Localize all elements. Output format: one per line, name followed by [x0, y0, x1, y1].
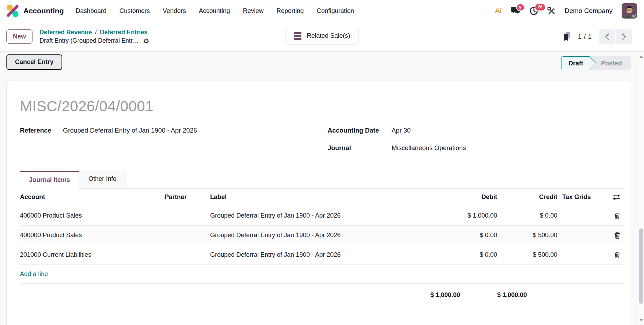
related-sales-label: Related Sale(s): [307, 32, 350, 40]
table-row: 201000 Current Liabilities Grouped Defer…: [20, 245, 624, 265]
top-navbar: Accounting Dashboard Customers Vendors A…: [0, 0, 644, 22]
bookmark-button[interactable]: [563, 32, 571, 42]
nav-right: AI 9 26: [495, 3, 638, 19]
messages-button[interactable]: 9: [511, 7, 520, 15]
cell-account[interactable]: 400000 Product Sales: [20, 232, 165, 239]
delete-row-button[interactable]: [614, 212, 620, 219]
screen: Accounting Dashboard Customers Vendors A…: [0, 0, 644, 325]
cell-account[interactable]: 400000 Product Sales: [20, 212, 165, 219]
delete-row-button[interactable]: [614, 252, 620, 259]
menu-dashboard[interactable]: Dashboard: [76, 7, 107, 15]
current-record-title: Draft Entry (Grouped Deferral Entr…: [40, 37, 139, 44]
col-account: Account: [20, 193, 165, 201]
form-card: MISC/2026/04/0001 Reference Grouped Defe…: [6, 80, 631, 325]
chevron-right-icon: [622, 33, 626, 40]
form-fields: Reference Grouped Deferral Entry of Jan …: [20, 127, 624, 162]
cell-debit[interactable]: $ 0.00: [430, 232, 497, 239]
menu-customers[interactable]: Customers: [120, 7, 150, 15]
tab-journal-items[interactable]: Journal Items: [20, 171, 79, 189]
col-partner: Partner: [165, 193, 210, 201]
related-sales-button[interactable]: Related Sale(s): [285, 28, 359, 44]
col-tax-grids: Tax Grids: [557, 193, 595, 201]
table-row: 400000 Product Sales Grouped Deferral En…: [20, 206, 624, 226]
scrollbar-down-arrow[interactable]: [639, 319, 643, 322]
accounting-date-label: Accounting Date: [328, 127, 392, 134]
app-switcher[interactable]: Accounting: [6, 4, 64, 18]
main-content-area: Cancel Entry Draft Posted MISC/2026/04/0…: [0, 52, 644, 325]
trash-icon: [614, 232, 620, 239]
status-draft[interactable]: Draft: [561, 56, 590, 70]
avatar[interactable]: [622, 3, 637, 19]
breadcrumb-separator: /: [95, 29, 97, 36]
totals-row: $ 1,000.00 $ 1,000.00: [20, 284, 624, 299]
pager-next-button[interactable]: [616, 29, 632, 44]
journal-items-table: Account Partner Label Debit Credit Tax G…: [20, 189, 624, 299]
pager-previous-button[interactable]: [599, 29, 615, 44]
vertical-scrollbar[interactable]: [638, 52, 644, 325]
add-line-row: Add a line: [20, 265, 624, 284]
journal-label: Journal: [328, 144, 392, 152]
pager-zone: 1 / 1: [563, 22, 632, 52]
cell-credit[interactable]: $ 0.00: [497, 212, 557, 219]
debug-tools-button[interactable]: [548, 7, 556, 15]
activities-button[interactable]: 26: [529, 6, 538, 15]
col-credit: Credit: [497, 193, 557, 201]
cell-credit[interactable]: $ 500.00: [497, 251, 557, 259]
cell-label[interactable]: Grouped Deferral Entry of Jan 1900 - Apr…: [210, 212, 430, 219]
messages-badge: 9: [516, 3, 525, 12]
total-debit: $ 1,000.00: [430, 291, 497, 299]
journal-items-body: 400000 Product Sales Grouped Deferral En…: [20, 206, 624, 265]
cancel-entry-button[interactable]: Cancel Entry: [6, 54, 62, 70]
new-button[interactable]: New: [6, 29, 33, 44]
menu-review[interactable]: Review: [243, 7, 264, 15]
pager-count: 1 / 1: [578, 33, 592, 41]
gear-icon[interactable]: ⚙: [143, 37, 149, 44]
menu-configuration[interactable]: Configuration: [317, 7, 354, 15]
tools-icon: [548, 7, 556, 15]
breadcrumb-deferred-revenue[interactable]: Deferred Revenue: [40, 29, 92, 36]
add-a-line-link[interactable]: Add a line: [20, 270, 48, 278]
total-credit: $ 1,000.00: [497, 291, 557, 299]
hamburger-icon: [294, 32, 301, 40]
tab-other-info[interactable]: Other Info: [79, 171, 126, 188]
cell-account[interactable]: 201000 Current Liabilities: [20, 251, 165, 259]
menu-vendors[interactable]: Vendors: [163, 7, 186, 15]
optional-columns-button[interactable]: [613, 194, 620, 200]
cell-debit[interactable]: $ 1,000.00: [430, 212, 497, 219]
activities-badge: 26: [535, 3, 546, 11]
cell-label[interactable]: Grouped Deferral Entry of Jan 1900 - Apr…: [210, 232, 430, 239]
app-title: Accounting: [23, 7, 64, 15]
trash-icon: [614, 212, 620, 219]
scrollbar-up-arrow[interactable]: [639, 55, 643, 58]
cell-debit[interactable]: $ 0.00: [430, 251, 497, 259]
breadcrumb: Deferred Revenue/Deferred Entries Draft …: [40, 29, 149, 44]
scrollbar-thumb[interactable]: [639, 228, 643, 304]
status-widget: Draft Posted: [561, 56, 631, 70]
table-header-row: Account Partner Label Debit Credit Tax G…: [20, 189, 624, 206]
reference-label: Reference: [20, 127, 63, 134]
notebook-tabs: Journal Items Other Info: [20, 171, 624, 189]
company-switcher[interactable]: Demo Company: [565, 7, 613, 15]
journal-field[interactable]: Miscellaneous Operations: [392, 144, 466, 152]
nav-menu: Dashboard Customers Vendors Accounting R…: [76, 7, 354, 15]
col-debit: Debit: [430, 193, 497, 201]
ai-icon[interactable]: AI: [495, 6, 502, 15]
table-row: 400000 Product Sales Grouped Deferral En…: [20, 226, 624, 245]
bookmark-icon: [563, 32, 571, 42]
reference-field[interactable]: Grouped Deferral Entry of Jan 1900 - Apr…: [63, 127, 197, 134]
menu-reporting[interactable]: Reporting: [277, 7, 304, 15]
delete-row-button[interactable]: [614, 232, 620, 239]
record-name: MISC/2026/04/0001: [20, 98, 624, 115]
control-panel: New Deferred Revenue/Deferred Entries Dr…: [0, 22, 644, 52]
cell-credit[interactable]: $ 500.00: [497, 232, 557, 239]
breadcrumb-deferred-entries[interactable]: Deferred Entries: [100, 29, 148, 36]
menu-accounting[interactable]: Accounting: [199, 7, 230, 15]
trash-icon: [614, 252, 620, 259]
chevron-left-icon: [605, 33, 609, 40]
col-label: Label: [210, 193, 430, 201]
accounting-date-field[interactable]: Apr 30: [392, 127, 411, 134]
optional-columns-icon: [613, 194, 620, 200]
cell-label[interactable]: Grouped Deferral Entry of Jan 1900 - Apr…: [210, 251, 430, 259]
odoo-accounting-logo: [6, 4, 20, 18]
